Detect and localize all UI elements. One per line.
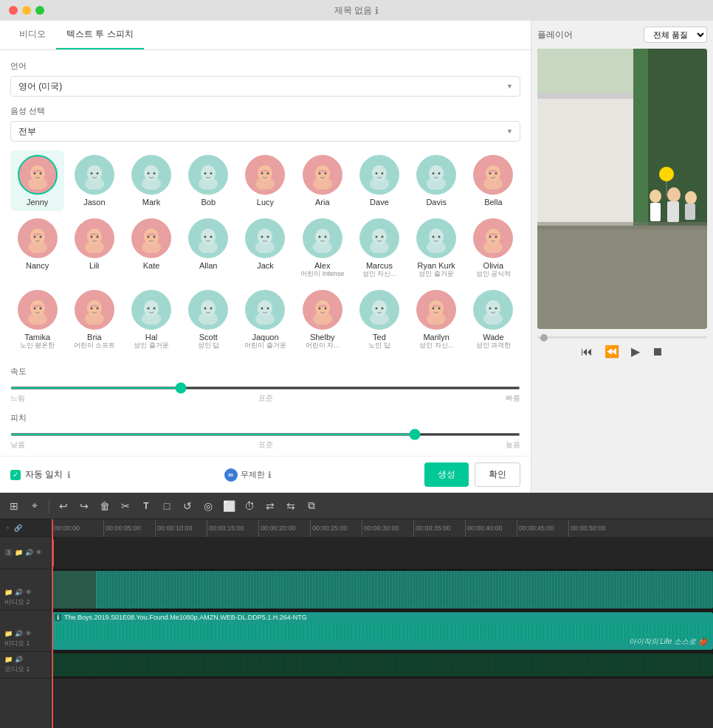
- tool-split[interactable]: ⇄: [262, 498, 278, 514]
- video2-eye-icon[interactable]: 👁: [25, 589, 32, 596]
- voice-desc-label: 어린이 소프트: [74, 342, 116, 350]
- tool-delete[interactable]: 🗑: [97, 498, 113, 514]
- voice-item-nancy[interactable]: Nancy: [10, 214, 64, 282]
- voice-item-lili[interactable]: Lili: [67, 214, 121, 282]
- language-dropdown[interactable]: 영어 (미국): [10, 76, 520, 97]
- video2-open-icon[interactable]: 📁: [4, 589, 13, 596]
- voice-avatar-scott: [188, 290, 228, 330]
- audio1-open-icon[interactable]: 📁: [4, 656, 13, 663]
- voice-item-lucy[interactable]: Lucy: [238, 150, 292, 211]
- playback-progress[interactable]: [537, 336, 707, 339]
- voice-item-scott[interactable]: Scott성인 딥: [182, 285, 235, 354]
- voice-item-bob[interactable]: Bob: [182, 150, 235, 211]
- voice-filter-selector[interactable]: 전부: [10, 121, 520, 142]
- tool-cut[interactable]: ✂: [117, 498, 134, 514]
- voice-item-aria[interactable]: Aria: [295, 150, 349, 211]
- voice-item-marcus[interactable]: Marcus성인 자신...: [352, 214, 406, 282]
- svg-point-34: [489, 173, 492, 175]
- video1-open-icon[interactable]: 📁: [4, 630, 13, 637]
- generate-button[interactable]: 생성: [424, 462, 469, 487]
- minimize-button[interactable]: [22, 6, 31, 15]
- audio1-vol-icon[interactable]: 🔊: [15, 656, 23, 663]
- voice-item-bella[interactable]: Bella: [466, 150, 520, 211]
- step-back-button[interactable]: ⏪: [604, 344, 619, 358]
- add-track-icon[interactable]: ＋: [4, 523, 11, 533]
- tool-redo[interactable]: ↪: [76, 498, 92, 514]
- tool-text[interactable]: T: [138, 498, 154, 514]
- speed-label: 속도: [10, 366, 520, 377]
- confirm-button[interactable]: 확인: [475, 462, 520, 487]
- playhead[interactable]: [52, 519, 53, 728]
- svg-point-30: [433, 173, 435, 175]
- tool-merge[interactable]: ⇆: [283, 498, 299, 514]
- voice-item-shelby[interactable]: Shelby어린이 자...: [295, 285, 349, 354]
- voice-avatar-lili: [75, 218, 114, 258]
- svg-point-63: [381, 236, 383, 238]
- voice-item-bria[interactable]: Bria어린이 소프트: [67, 285, 121, 354]
- voice-avatar-jaquon: [245, 290, 285, 330]
- tool-select[interactable]: ⊞: [6, 498, 22, 514]
- video1-eye-icon[interactable]: 👁: [25, 630, 32, 637]
- track3-audio-icon[interactable]: 🔊: [25, 549, 33, 556]
- language-selector[interactable]: 영어 (미국): [10, 76, 520, 97]
- voice-item-jason[interactable]: Jason: [67, 150, 121, 211]
- play-button[interactable]: ▶: [631, 344, 640, 358]
- main-layout: 비디오 텍스트 투 스피치 언어 영어 (미국) 음성 선택 전부: [0, 21, 713, 728]
- tool-undo[interactable]: ↩: [55, 498, 72, 514]
- pitch-slider[interactable]: [10, 433, 520, 436]
- tab-tts[interactable]: 텍스트 투 스피치: [56, 21, 144, 49]
- voice-item-dave[interactable]: Dave: [352, 150, 406, 211]
- progress-indicator: [540, 334, 548, 342]
- fullscreen-button[interactable]: [35, 6, 44, 15]
- left-panel: 비디오 텍스트 투 스피치 언어 영어 (미국) 음성 선택 전부: [0, 21, 531, 493]
- voice-item-wade[interactable]: Wade성인 과격한: [466, 285, 520, 354]
- track3-open-icon[interactable]: 📁: [15, 549, 23, 556]
- link-icon[interactable]: 🔗: [14, 524, 22, 532]
- svg-rect-119: [685, 204, 695, 220]
- svg-rect-113: [537, 226, 707, 329]
- voice-desc-label: 성인 자신...: [362, 270, 396, 278]
- tool-image[interactable]: ⬜: [221, 498, 237, 514]
- stop-button[interactable]: ⏹: [652, 345, 664, 358]
- voice-item-olivia[interactable]: Olivia성인 공식적: [466, 214, 520, 282]
- voice-item-mark[interactable]: Mark: [124, 150, 178, 211]
- voice-item-alex[interactable]: Alex어린이 Intense: [295, 214, 349, 282]
- svg-rect-115: [650, 203, 661, 221]
- quality-dropdown[interactable]: 전체 품질: [644, 27, 707, 43]
- voice-item-kate[interactable]: Kate: [124, 214, 178, 282]
- auto-match-checkbox[interactable]: ✓: [10, 470, 21, 480]
- voice-item-davis[interactable]: Davis: [410, 150, 464, 211]
- tool-rotate[interactable]: ↺: [179, 498, 196, 514]
- video2-audio-icon[interactable]: 🔊: [15, 589, 23, 596]
- voice-item-hal[interactable]: Hal성인 즐거운: [124, 285, 178, 354]
- voice-item-allan[interactable]: Allan: [182, 214, 235, 282]
- tool-copy[interactable]: ⧉: [303, 498, 320, 514]
- voice-item-ryan-kurk[interactable]: Ryan Kurk성인 즐거운: [410, 214, 464, 282]
- rewind-button[interactable]: ⏮: [581, 345, 593, 358]
- svg-point-9: [142, 177, 161, 190]
- svg-point-58: [318, 236, 320, 238]
- voice-item-marilyn[interactable]: Marilyn성인 자신...: [410, 285, 464, 354]
- speed-slider[interactable]: [10, 386, 520, 389]
- voice-item-jack[interactable]: Jack: [238, 214, 292, 282]
- speed-section: 속도 느림 표준 빠름: [10, 366, 520, 403]
- voice-item-jaquon[interactable]: Jaquon어린이 즐거운: [238, 285, 292, 354]
- voice-item-ted[interactable]: Ted노인 딥: [352, 285, 406, 354]
- voice-item-jenny[interactable]: Jenny: [10, 150, 64, 211]
- track3-content: [52, 537, 713, 569]
- unlimited-label: 무제한: [241, 469, 265, 480]
- tool-color[interactable]: ◎: [200, 498, 216, 514]
- svg-point-106: [489, 307, 492, 309]
- tool-lasso[interactable]: ⌖: [27, 498, 43, 514]
- player-header: 플레이어 전체 품질: [537, 27, 707, 43]
- tool-crop[interactable]: □: [159, 498, 175, 514]
- voice-filter-dropdown[interactable]: 전부: [10, 121, 520, 142]
- player-controls: ⏮ ⏪ ▶ ⏹: [537, 344, 707, 358]
- voice-item-tamika[interactable]: Tamika노인 평온한: [10, 285, 64, 354]
- close-button[interactable]: [9, 6, 18, 15]
- svg-point-35: [495, 173, 497, 175]
- video1-audio-icon[interactable]: 🔊: [15, 630, 23, 637]
- track3-eye-icon[interactable]: 👁: [35, 549, 42, 556]
- tab-video[interactable]: 비디오: [9, 21, 56, 49]
- tool-timer[interactable]: ⏱: [241, 498, 258, 514]
